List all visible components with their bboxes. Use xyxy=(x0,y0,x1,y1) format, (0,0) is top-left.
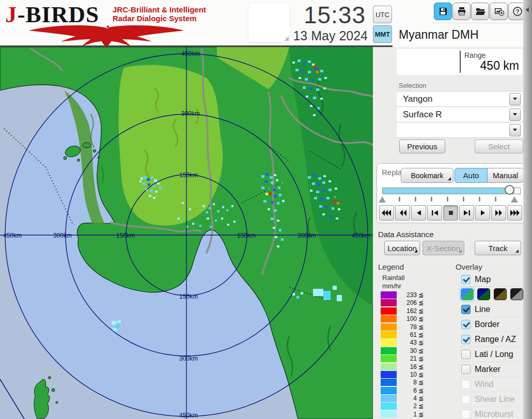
legend-swatch xyxy=(381,371,397,378)
svg-text:150km: 150km xyxy=(179,172,198,179)
legend-row: 61≦ xyxy=(381,331,428,338)
clock-date: 13 May 2024 xyxy=(256,28,368,44)
bookmark-button[interactable]: Bookmark xyxy=(401,168,453,183)
checkbox-checked-icon[interactable] xyxy=(461,305,471,314)
legend-row: 21≦ xyxy=(381,355,428,362)
panel-edge-strip[interactable] xyxy=(523,0,532,419)
legend-row: 10≦ xyxy=(381,371,428,378)
replay-panel: Replay Bookmark Auto Manual xyxy=(377,163,525,223)
add-image-button[interactable] xyxy=(490,3,508,20)
legend-swatch xyxy=(381,307,397,315)
stop-icon xyxy=(448,210,454,216)
open-folder-button[interactable] xyxy=(471,3,489,20)
xsection-button[interactable]: X-Section xyxy=(423,241,464,255)
legend-swatch xyxy=(381,363,397,370)
stop-button[interactable] xyxy=(443,205,458,221)
overlay-item-border[interactable]: Border xyxy=(460,317,523,332)
map-style-blue-green[interactable] xyxy=(461,288,474,300)
chevron-down-icon xyxy=(513,113,517,116)
selection-dropdowns: Yangon Surface R xyxy=(397,91,523,138)
svg-text:300km: 300km xyxy=(181,110,200,117)
overlay-item-marker[interactable]: Marker xyxy=(460,362,523,377)
map-style-black-olive[interactable] xyxy=(494,288,507,300)
checkbox-checked-icon[interactable] xyxy=(461,320,471,329)
legend-row: 6≦ xyxy=(381,387,428,394)
svg-text:150km: 150km xyxy=(237,232,256,239)
track-button[interactable]: Track xyxy=(475,241,521,255)
previous-button[interactable]: Previous xyxy=(399,139,445,153)
checkbox-checked-icon[interactable] xyxy=(461,335,471,344)
checkbox-unchecked-icon[interactable] xyxy=(461,350,471,359)
step-first-icon xyxy=(431,210,439,216)
forward-button[interactable] xyxy=(491,205,506,221)
overlay-item-microburst: Microburst xyxy=(460,407,523,419)
range-end-marker-icon[interactable] xyxy=(511,196,518,203)
overlay-item-lati-long[interactable]: Lati / Long xyxy=(460,347,523,362)
replay-slider-handle[interactable] xyxy=(505,185,514,195)
overlay-item-range-az[interactable]: Range / AZ xyxy=(460,332,523,347)
forward-icon xyxy=(495,210,503,216)
site-dropdown-button[interactable] xyxy=(509,93,521,105)
play-reverse-button[interactable] xyxy=(411,205,426,221)
map-style-black-gray[interactable] xyxy=(510,288,523,300)
toolbar-divider xyxy=(433,23,524,23)
checkbox-checked-icon[interactable] xyxy=(461,275,471,284)
playback-controls xyxy=(379,205,522,221)
open-folder-icon xyxy=(475,6,486,17)
dropdown-corner-icon xyxy=(515,250,519,253)
select-button[interactable]: Select xyxy=(475,139,523,153)
svg-text:300km: 300km xyxy=(53,232,72,239)
option-dropdown[interactable] xyxy=(397,122,523,138)
location-button[interactable]: Location xyxy=(384,241,420,255)
legend-row: 30≦ xyxy=(381,347,428,354)
panel-collapse-arrow-icon[interactable] xyxy=(525,7,529,12)
auto-button[interactable]: Auto xyxy=(455,168,488,183)
legend-row: 43≦ xyxy=(381,339,428,346)
map-style-navy-darkgreen[interactable] xyxy=(477,288,490,300)
data-assistance-label: Data Assistance xyxy=(378,230,434,239)
fast-forward-button[interactable] xyxy=(507,205,522,221)
step-last-button[interactable] xyxy=(459,205,474,221)
legend-label: Legend xyxy=(378,262,404,271)
product-dropdown-button[interactable] xyxy=(509,108,521,121)
manual-button[interactable]: Manual xyxy=(488,168,524,183)
mmt-button[interactable]: MMT xyxy=(373,25,392,43)
site-dropdown[interactable]: Yangon xyxy=(397,91,523,107)
overlay-item-wind: Wind xyxy=(460,377,523,392)
play-button[interactable] xyxy=(475,205,490,221)
print-icon xyxy=(457,6,467,17)
dropdown-corner-icon xyxy=(459,250,462,253)
fast-rewind-icon xyxy=(382,210,392,216)
replay-progress-track[interactable] xyxy=(382,188,521,194)
dropdown-corner-icon xyxy=(448,177,451,180)
logo-subtitle: JRC-Brilliant & Intelligent Radar Dialog… xyxy=(113,5,206,23)
legend-swatch xyxy=(381,315,397,322)
legend-swatch xyxy=(381,331,397,338)
jbirds-app: J-BIRDS JRC-Brilliant & Intelligent Rada… xyxy=(0,0,532,419)
overlay-item-map[interactable]: Map xyxy=(460,273,523,286)
jbirds-logo: J-BIRDS JRC-Brilliant & Intelligent Rada… xyxy=(3,1,210,46)
legend-row: 2≦ xyxy=(381,402,428,410)
option-dropdown-button[interactable] xyxy=(509,124,521,136)
step-first-button[interactable] xyxy=(427,205,442,221)
fast-rewind-button[interactable] xyxy=(379,205,394,221)
add-image-icon xyxy=(494,6,504,17)
range-box: Range 450 km xyxy=(397,49,523,75)
svg-text:300km: 300km xyxy=(298,232,316,239)
range-start-marker-icon[interactable] xyxy=(379,196,386,203)
checkbox-disabled-icon xyxy=(461,395,471,404)
checkbox-unchecked-icon[interactable] xyxy=(461,365,471,374)
range-divider xyxy=(460,51,461,73)
utc-button[interactable]: UTC xyxy=(373,6,392,23)
radar-map[interactable]: 450km 300km 150km 450km 300km 150km 150k… xyxy=(0,47,373,419)
rewind-button[interactable] xyxy=(395,205,410,221)
print-button[interactable] xyxy=(452,3,471,20)
fast-forward-icon xyxy=(510,210,520,216)
product-dropdown[interactable]: Surface R xyxy=(397,107,523,122)
save-button[interactable] xyxy=(434,3,452,20)
svg-text:450km: 450km xyxy=(3,232,22,239)
range-label: Range xyxy=(464,51,486,59)
overlay-item-line[interactable]: Line xyxy=(460,302,523,317)
legend-row: 78≦ xyxy=(381,323,428,331)
svg-text:150km: 150km xyxy=(179,293,198,300)
